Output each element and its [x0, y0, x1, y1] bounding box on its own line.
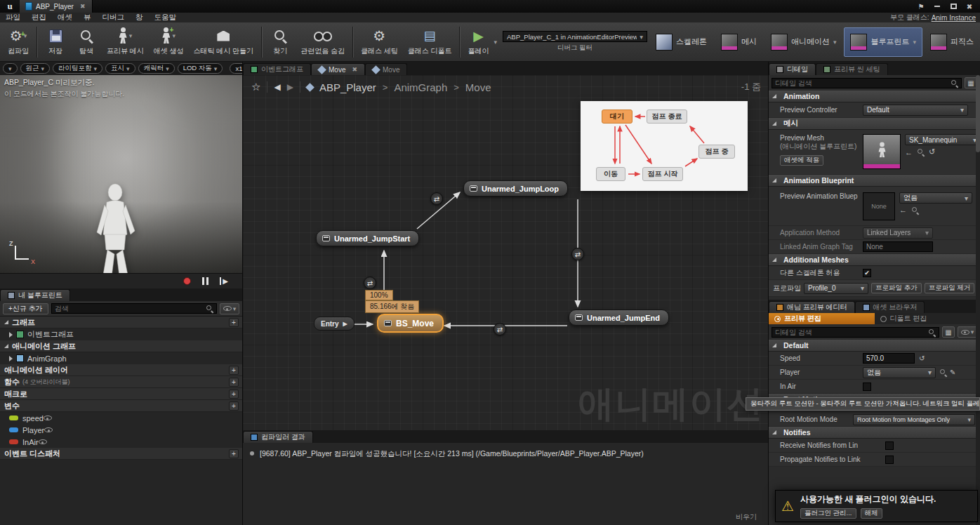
- none-thumbnail[interactable]: None: [863, 192, 895, 220]
- menu-edit[interactable]: 편집: [26, 13, 52, 22]
- minimize-button[interactable]: [930, 1, 944, 11]
- category-notifies[interactable]: Notifies: [769, 427, 980, 439]
- scrollbar-thumb[interactable]: [976, 75, 980, 152]
- class-settings-button[interactable]: ⚙ 클래스 세팅: [356, 25, 403, 60]
- use-selected-icon[interactable]: ←: [899, 206, 907, 214]
- tab-compiler-results[interactable]: 컴파일러 결과: [243, 431, 313, 443]
- mode-skeleton[interactable]: 스켈레톤: [649, 27, 713, 57]
- preview-mesh-thumbnail[interactable]: [863, 134, 901, 169]
- class-defaults-button[interactable]: ▤ 클래스 디폴트: [403, 25, 457, 60]
- display-options-button[interactable]: ▦: [942, 326, 955, 338]
- viewport-options-button[interactable]: ▾: [3, 63, 18, 74]
- tree-header-graphs[interactable]: 그래프 +: [0, 317, 242, 328]
- compile-button[interactable]: ⚙+▾ 컴파일: [3, 25, 34, 60]
- linked-anim-graph-tag-value[interactable]: None: [863, 241, 933, 252]
- remove-profile-button[interactable]: 프로파일 제거: [925, 283, 975, 293]
- add-event-dispatcher-button[interactable]: +: [229, 449, 239, 458]
- tab-preview-scene-settings[interactable]: 프리뷰 씬 세팅: [816, 63, 888, 75]
- transition-rule-icon[interactable]: ⇄: [494, 323, 506, 335]
- preview-viewport[interactable]: ABP_Player_C 미리보기중. 이 모드에서는 본조작이 불가능합니다.…: [0, 75, 242, 273]
- menu-window[interactable]: 창: [130, 13, 149, 22]
- viewport-show-button[interactable]: 표시▾: [105, 63, 135, 74]
- root-motion-mode-dropdown[interactable]: Root Motion from Montages Only: [853, 414, 975, 425]
- browse-asset-icon[interactable]: [911, 206, 919, 214]
- find-button[interactable]: 찾기: [265, 25, 296, 60]
- add-new-button[interactable]: +신규 추가: [3, 303, 48, 314]
- play-button[interactable]: ▶ 플레이: [463, 25, 494, 60]
- details-search-input[interactable]: [775, 79, 948, 87]
- speed-input[interactable]: [863, 353, 915, 364]
- add-variable-button[interactable]: +: [229, 401, 239, 411]
- viewport-lod-button[interactable]: LOD 자동▾: [178, 63, 223, 74]
- clear-log-button[interactable]: 비우기: [736, 512, 757, 522]
- transition-rule-icon[interactable]: ⇄: [430, 192, 443, 205]
- pause-button[interactable]: [202, 277, 208, 285]
- parent-class-link[interactable]: Anim Instance: [932, 14, 980, 22]
- manage-plugins-button[interactable]: 플러그인 관리...: [800, 508, 856, 519]
- back-arrow-icon[interactable]: ◀: [274, 82, 280, 92]
- category-mesh[interactable]: 메시: [769, 118, 980, 130]
- add-profile-button[interactable]: 프로파일 추가: [871, 283, 922, 293]
- mode-mesh[interactable]: 메시: [715, 27, 763, 57]
- menu-view[interactable]: 뷰: [78, 13, 97, 22]
- menu-asset[interactable]: 애셋: [52, 13, 78, 22]
- propagate-notifies-checkbox[interactable]: [885, 456, 894, 464]
- transition-rule-icon[interactable]: ⇄: [364, 277, 376, 289]
- tree-header-macros[interactable]: 매크로 +: [0, 388, 242, 400]
- breadcrumb-animgraph[interactable]: AnimGraph: [394, 81, 447, 93]
- tree-item-variable-player[interactable]: Player: [0, 424, 242, 436]
- menu-help[interactable]: 도움말: [149, 13, 183, 22]
- breadcrumb-move[interactable]: Move: [465, 81, 491, 93]
- in-air-checkbox[interactable]: [863, 383, 871, 391]
- state-machine-graph-canvas[interactable]: ☆ ◀ ▶ ABP_Player > AnimGraph > Move -1 줌…: [242, 75, 768, 430]
- browse-button[interactable]: 탐색: [71, 25, 102, 60]
- mode-blueprint[interactable]: 블루프린트 ▾: [844, 27, 922, 57]
- category-animation-blueprint[interactable]: Animation Blueprint: [769, 175, 980, 187]
- state-node-jump-loop[interactable]: Unarmed_JumpLoop: [463, 180, 568, 197]
- tab-event-graph[interactable]: 이벤트그래프: [243, 63, 311, 75]
- apply-to-asset-button[interactable]: 애셋에 적용: [780, 155, 823, 166]
- mode-animation[interactable]: 애니메이션 ▾: [764, 27, 843, 57]
- add-function-button[interactable]: +: [229, 378, 239, 387]
- category-additional-meshes[interactable]: Additional Meshes: [769, 254, 980, 266]
- add-animation-layer-button[interactable]: +: [229, 366, 239, 375]
- eyedropper-icon[interactable]: ✎: [950, 368, 955, 376]
- tab-move-2[interactable]: Move: [365, 63, 407, 75]
- record-button[interactable]: [183, 277, 191, 285]
- tab-anim-preview-editor[interactable]: 애님 프리뷰 에디터: [769, 301, 855, 313]
- receive-notifies-checkbox[interactable]: [885, 441, 894, 450]
- visibility-filter-button[interactable]: ▾: [220, 303, 239, 314]
- category-animation[interactable]: Animation: [769, 91, 980, 102]
- tree-header-event-dispatchers[interactable]: 이벤트 디스패처 +: [0, 448, 242, 460]
- tree-header-functions[interactable]: 함수 (4 오버라이더블) +: [0, 376, 242, 388]
- transition-rule-icon[interactable]: ⇄: [571, 248, 584, 260]
- step-forward-button[interactable]: ▶: [220, 277, 228, 285]
- browse-asset-icon[interactable]: [917, 148, 925, 156]
- preview-anim-bp-dropdown[interactable]: 없음: [899, 192, 972, 204]
- anim-preview-search-input[interactable]: [775, 328, 926, 336]
- edit-defaults-radio[interactable]: 디폴트 편집: [875, 313, 980, 324]
- preview-mesh-button[interactable]: ▾ 프리뷰 메시: [102, 25, 149, 60]
- window-tab[interactable]: ABP_Player ✖: [20, 0, 93, 13]
- tree-header-animation-graphs[interactable]: 애니메이션 그래프: [0, 340, 242, 352]
- use-selected-icon[interactable]: ←: [905, 148, 913, 157]
- viewport-perspective-button[interactable]: 원근▾: [20, 63, 51, 74]
- dismiss-button[interactable]: 해제: [861, 508, 882, 519]
- tree-item-variable-inair[interactable]: InAir: [0, 436, 242, 448]
- mode-physics[interactable]: 피직스: [924, 27, 980, 57]
- tab-move-active[interactable]: Move ✖: [311, 63, 365, 75]
- bookmark-icon[interactable]: ⚑: [914, 1, 928, 11]
- favorite-star-icon[interactable]: ☆: [251, 81, 260, 93]
- breadcrumb-abp-player[interactable]: ABP_Player: [319, 81, 376, 93]
- debug-object-dropdown[interactable]: ABP_Player_C_1 in AnimationEditorPreview…: [503, 31, 647, 42]
- menu-debug[interactable]: 디버그: [97, 13, 131, 22]
- reset-icon[interactable]: ↺: [929, 147, 935, 157]
- tree-item-animgraph[interactable]: AnimGraph: [0, 352, 242, 364]
- allow-other-skeleton-checkbox[interactable]: ✔: [863, 269, 871, 277]
- preview-controller-dropdown[interactable]: Default: [863, 105, 968, 116]
- tree-item-variable-speed[interactable]: speed: [0, 412, 242, 424]
- eye-icon[interactable]: [39, 439, 47, 444]
- viewport-lit-button[interactable]: 라이팅포함▾: [53, 63, 102, 74]
- player-dropdown[interactable]: 없음: [863, 367, 936, 378]
- forward-arrow-icon[interactable]: ▶: [287, 82, 293, 92]
